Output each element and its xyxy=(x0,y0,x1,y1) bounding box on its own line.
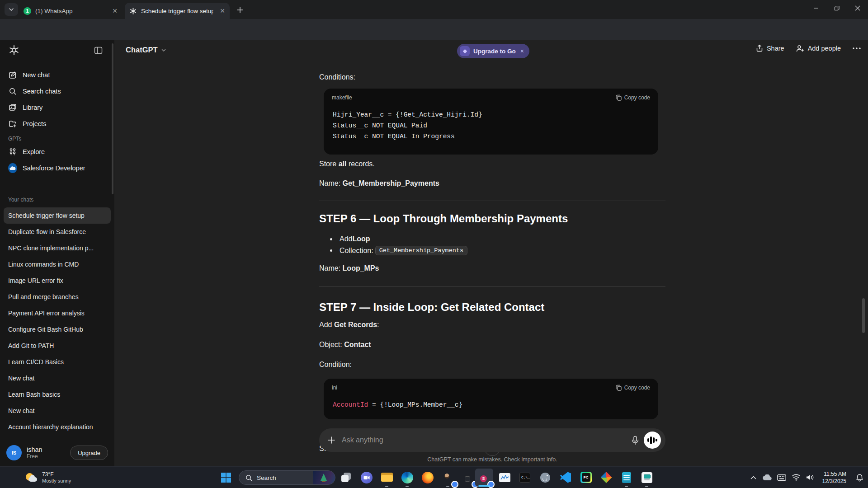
touch-keyboard-icon[interactable] xyxy=(774,467,789,488)
chat-item[interactable]: NPC clone implementation p... xyxy=(4,240,111,256)
chat-title: Linux commands in CMD xyxy=(8,261,79,268)
taskbar-weather-widget[interactable]: 73°F Mostly sunny xyxy=(25,467,71,488)
attach-plus-icon[interactable] xyxy=(327,436,335,444)
tray-chevron-up-icon[interactable] xyxy=(747,467,760,488)
openai-logo[interactable] xyxy=(8,44,20,56)
vscode-icon[interactable] xyxy=(557,467,575,488)
chevron-down-icon xyxy=(161,47,166,53)
step6-heading: STEP 6 — Loop Through Membership Payment… xyxy=(319,212,568,225)
salesforce-gpt-avatar xyxy=(8,164,17,173)
command-prompt-icon[interactable]: C:\_ xyxy=(516,467,534,488)
profile-row[interactable]: IS ishan Free Upgrade xyxy=(0,439,114,466)
composer[interactable] xyxy=(319,428,665,452)
file-explorer-icon[interactable] xyxy=(378,467,396,488)
edge-browser-icon[interactable] xyxy=(398,467,416,488)
chrome-profile2-icon[interactable] xyxy=(459,467,477,488)
tab-chatgpt[interactable]: Schedule trigger flow setup ✕ xyxy=(125,3,230,19)
tab-search-button[interactable] xyxy=(5,3,18,16)
chat-item[interactable]: Learn CI/CD Basics xyxy=(4,354,111,370)
tab-whatsapp[interactable]: 1 (1) WhatsApp ✕ xyxy=(19,3,122,19)
folder-plus-icon xyxy=(8,119,17,128)
code-line: Status__c NOT EQUAL Paid xyxy=(333,120,649,131)
dictate-mic-icon[interactable] xyxy=(631,436,639,445)
chrome-profile3-active-icon[interactable]: S xyxy=(475,467,493,488)
chat-item[interactable]: Linux commands in CMD xyxy=(4,256,111,272)
tab-title: Schedule trigger flow setup xyxy=(141,8,213,14)
chat-item[interactable]: Learn Bash basics xyxy=(4,386,111,403)
user-plan: Free xyxy=(27,453,42,460)
window-restore-button[interactable] xyxy=(826,0,847,16)
window-close-button[interactable] xyxy=(847,0,868,16)
chat-item[interactable]: Add Git to PATH xyxy=(4,338,111,354)
chat-item[interactable]: Image URL error fix xyxy=(4,272,111,289)
chat-item[interactable]: Duplicate flow in Salesforce xyxy=(4,224,111,240)
firefox-browser-icon[interactable] xyxy=(419,467,437,488)
colorful-diamond-app-icon[interactable] xyxy=(597,467,615,488)
chat-item[interactable]: Account hierarchy explanation xyxy=(4,419,111,435)
pill-close-icon[interactable]: × xyxy=(520,47,524,55)
chat-item[interactable]: Payment API error analysis xyxy=(4,305,111,321)
chat-title: New chat xyxy=(8,375,34,382)
chat-item[interactable]: Configure Git Bash GitHub xyxy=(4,321,111,338)
chat-item[interactable]: New chat xyxy=(4,370,111,386)
page-scrollbar-thumb[interactable] xyxy=(862,298,865,333)
code-block-makefile: makefile Copy code Hijri_Year__c = {!Get… xyxy=(324,89,658,155)
voice-mode-button[interactable] xyxy=(644,432,661,449)
wifi-icon[interactable] xyxy=(789,467,803,488)
window-minimize-button[interactable] xyxy=(806,0,826,16)
notifications-bell-icon[interactable] xyxy=(851,467,868,488)
chat-title: Account hierarchy explanation xyxy=(8,423,93,431)
copy-code-button[interactable]: Copy code xyxy=(616,94,650,101)
sidebar-item-projects[interactable]: Projects xyxy=(4,116,111,132)
chat-item[interactable]: Pull and merge branches xyxy=(4,289,111,305)
sidebar-item-new-chat[interactable]: New chat xyxy=(4,67,111,83)
search-promo-art[interactable] xyxy=(313,471,335,484)
meet-chat-app-icon[interactable] xyxy=(358,467,376,488)
chat-header: ChatGPT Upgrade to Go × Share Add peo xyxy=(114,40,868,62)
monitor-app-icon[interactable] xyxy=(638,467,656,488)
share-button[interactable]: Share xyxy=(756,44,784,52)
conversation-menu-icon[interactable] xyxy=(853,47,861,49)
start-button[interactable] xyxy=(217,467,235,488)
search-icon xyxy=(8,87,17,96)
volume-icon[interactable] xyxy=(803,467,818,488)
chatgpt-favicon xyxy=(129,7,137,15)
tab-close-icon[interactable]: ✕ xyxy=(214,7,225,14)
task-view-button[interactable] xyxy=(337,467,355,488)
chrome-profile1-icon[interactable] xyxy=(439,467,457,488)
sidebar-scrollbar-thumb[interactable] xyxy=(112,43,113,194)
chat-item-active[interactable]: Schedule trigger flow setup xyxy=(4,207,111,224)
active-app-indicator xyxy=(478,485,490,487)
onedrive-cloud-icon[interactable] xyxy=(760,467,774,488)
chatgpt-app: New chat Search chats Library Projects G… xyxy=(0,40,868,466)
taskbar-search-box[interactable]: Search xyxy=(239,470,335,485)
new-tab-button[interactable] xyxy=(234,4,246,16)
collapse-sidebar-icon[interactable] xyxy=(94,46,103,55)
sidebar-item-explore-gpts[interactable]: Explore xyxy=(4,144,111,160)
pycharm-glyph: PC xyxy=(582,473,590,482)
chrome-profile-badge xyxy=(465,476,470,482)
notepad-app-icon[interactable] xyxy=(618,467,636,488)
model-switcher[interactable]: ChatGPT xyxy=(126,46,166,54)
add-people-button[interactable]: Add people xyxy=(796,45,841,52)
tray-clock[interactable]: 11:55 AM 12/3/2025 xyxy=(822,470,846,485)
pycharm-icon[interactable]: PC xyxy=(577,467,595,488)
whatsapp-notification-favicon: 1 xyxy=(24,7,31,15)
upgrade-pill-label: Upgrade to Go xyxy=(473,48,516,55)
message-input[interactable] xyxy=(342,436,631,444)
performance-monitor-icon[interactable] xyxy=(495,467,514,488)
copy-code-button[interactable]: Copy code xyxy=(616,385,650,391)
upgrade-button[interactable]: Upgrade xyxy=(70,446,108,460)
weather-desc: Mostly sunny xyxy=(42,478,71,483)
code-token: AccountId xyxy=(333,401,368,408)
browser-toolbar: chatgpt.com/c/692fc8be-e104-8321-af3e-b5… xyxy=(0,19,868,40)
postgresql-icon[interactable] xyxy=(536,467,554,488)
sidebar-item-search-chats[interactable]: Search chats xyxy=(4,83,111,99)
tab-close-icon[interactable]: ✕ xyxy=(107,7,118,14)
chat-item[interactable]: New chat xyxy=(4,403,111,419)
sidebar-item-library[interactable]: Library xyxy=(4,99,111,116)
desktop-screen: 1 (1) WhatsApp ✕ Schedule trigger flow s… xyxy=(0,0,868,488)
bullet-item: Collection:Get_Membership_Payments xyxy=(330,246,467,255)
sidebar-item-salesforce-developer[interactable]: Salesforce Developer xyxy=(4,160,111,176)
upgrade-to-go-pill[interactable]: Upgrade to Go × xyxy=(457,44,529,58)
